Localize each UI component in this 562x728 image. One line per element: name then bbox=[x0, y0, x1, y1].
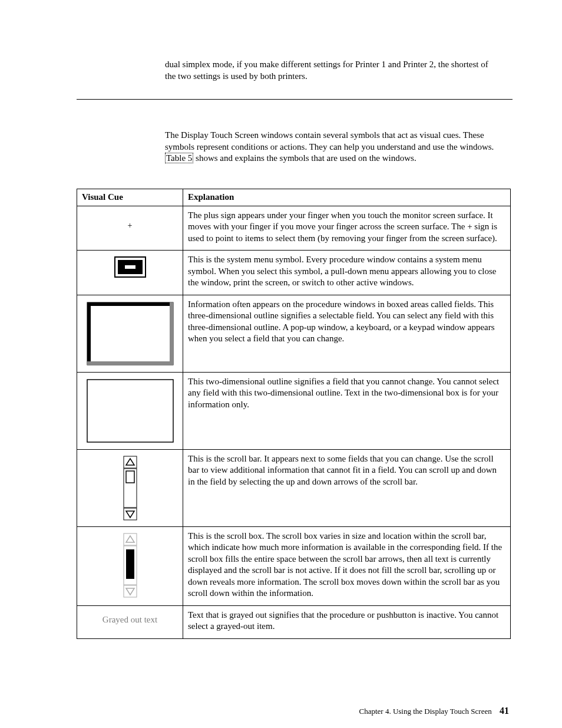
cue-readonly-field bbox=[77, 372, 183, 449]
explanation-cell: This two-dimensional outline signifies a… bbox=[183, 372, 511, 449]
svg-rect-4 bbox=[87, 302, 173, 306]
explanation-cell: Information often appears on the procedu… bbox=[183, 295, 511, 372]
scroll-bar-icon bbox=[123, 456, 137, 521]
table-row: Grayed out text Text that is grayed out … bbox=[77, 605, 511, 638]
table-row: Information often appears on the procedu… bbox=[77, 295, 511, 372]
cue-selectable-field bbox=[77, 295, 183, 372]
cue-scroll-box bbox=[77, 526, 183, 605]
readonly-field-icon bbox=[86, 378, 174, 443]
table-row: This two-dimensional outline signifies a… bbox=[77, 372, 511, 449]
svg-rect-3 bbox=[87, 302, 173, 365]
cue-system-menu bbox=[77, 251, 183, 295]
table-5-link[interactable]: Table 5 bbox=[165, 153, 193, 163]
cue-scroll-bar bbox=[77, 449, 183, 526]
page: dual simplex mode, if you make different… bbox=[0, 0, 562, 728]
explanation-cell: This is the scroll box. The scroll box v… bbox=[183, 526, 511, 605]
section-rule bbox=[77, 99, 513, 100]
header-explanation: Explanation bbox=[183, 189, 511, 206]
explanation-cell: The plus sign appears under your finger … bbox=[183, 206, 511, 251]
svg-rect-8 bbox=[87, 380, 173, 442]
explanation-cell: This is the scroll bar. It appears next … bbox=[183, 449, 511, 526]
page-footer: Chapter 4. Using the Display Touch Scree… bbox=[359, 705, 509, 717]
footer-page-number: 41 bbox=[494, 706, 509, 716]
header-visual-cue: Visual Cue bbox=[77, 189, 183, 206]
table-row: + The plus sign appears under your finge… bbox=[77, 206, 511, 251]
footer-chapter: Chapter 4. Using the Display Touch Scree… bbox=[359, 707, 492, 716]
intro-mid-text-b: shows and explains the symbols that are … bbox=[193, 153, 416, 163]
intro-mid-text-a: The Display Touch Screen windows contain… bbox=[165, 130, 494, 151]
table-row: This is the system menu symbol. Every pr… bbox=[77, 251, 511, 295]
scroll-box-icon bbox=[123, 533, 137, 598]
svg-rect-7 bbox=[87, 361, 173, 365]
intro-mid-paragraph: The Display Touch Screen windows contain… bbox=[165, 130, 501, 164]
grayed-text-sample: Grayed out text bbox=[82, 614, 178, 626]
visual-cues-table: Visual Cue Explanation + The plus sign a… bbox=[77, 189, 511, 639]
explanation-cell: Text that is grayed out signifies that t… bbox=[183, 605, 511, 638]
visual-cues-table-wrap: Visual Cue Explanation + The plus sign a… bbox=[77, 189, 511, 639]
explanation-cell: This is the system menu symbol. Every pr… bbox=[183, 251, 511, 295]
cue-plus-sign: + bbox=[77, 206, 183, 251]
svg-rect-18 bbox=[126, 549, 134, 579]
table-row: This is the scroll box. The scroll box v… bbox=[77, 526, 511, 605]
svg-rect-6 bbox=[170, 302, 173, 365]
table-header-row: Visual Cue Explanation bbox=[77, 189, 511, 206]
svg-rect-12 bbox=[126, 471, 134, 483]
system-menu-icon bbox=[114, 256, 146, 278]
intro-top-paragraph: dual simplex mode, if you make different… bbox=[165, 59, 495, 82]
svg-rect-5 bbox=[87, 302, 91, 365]
cue-grayed-text: Grayed out text bbox=[77, 605, 183, 638]
table-row: This is the scroll bar. It appears next … bbox=[77, 449, 511, 526]
plus-icon: + bbox=[82, 220, 178, 231]
selectable-field-icon bbox=[86, 301, 174, 366]
svg-rect-2 bbox=[125, 265, 135, 269]
